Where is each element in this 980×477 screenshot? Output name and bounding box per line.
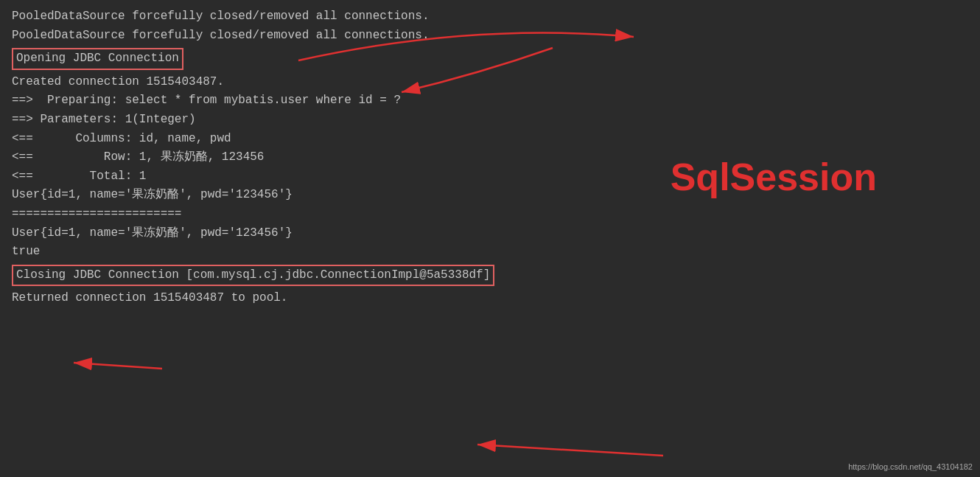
log-line-2: PooledDataSource forcefully closed/remov…: [12, 27, 968, 46]
log-line-14: Closing JDBC Connection [com.mysql.cj.jd…: [12, 263, 968, 288]
log-line-11: ========================: [12, 205, 968, 224]
log-line-7: <== Columns: id, name, pwd: [12, 130, 968, 149]
log-line-12: User{id=1, name='果冻奶酪', pwd='123456'}: [12, 224, 968, 243]
log-line-3: Opening JDBC Connection: [12, 46, 968, 72]
sql-session-label: SqlSession: [671, 155, 877, 199]
log-line-5: ==> Preparing: select * from mybatis.use…: [12, 91, 968, 111]
arrow4-returned-connection: [477, 445, 663, 456]
log-line-6: ==> Parameters: 1(Integer): [12, 111, 968, 130]
log-line-1: PooledDataSource forcefully closed/remov…: [12, 7, 968, 27]
csdn-link: https://blog.csdn.net/qq_43104182: [848, 462, 973, 471]
arrow3-true-line: [74, 363, 162, 369]
log-line-15: Returned connection 1515403487 to pool.: [12, 289, 968, 308]
log-line-13: true: [12, 243, 968, 262]
log-line-4: Created connection 1515403487.: [12, 73, 968, 92]
